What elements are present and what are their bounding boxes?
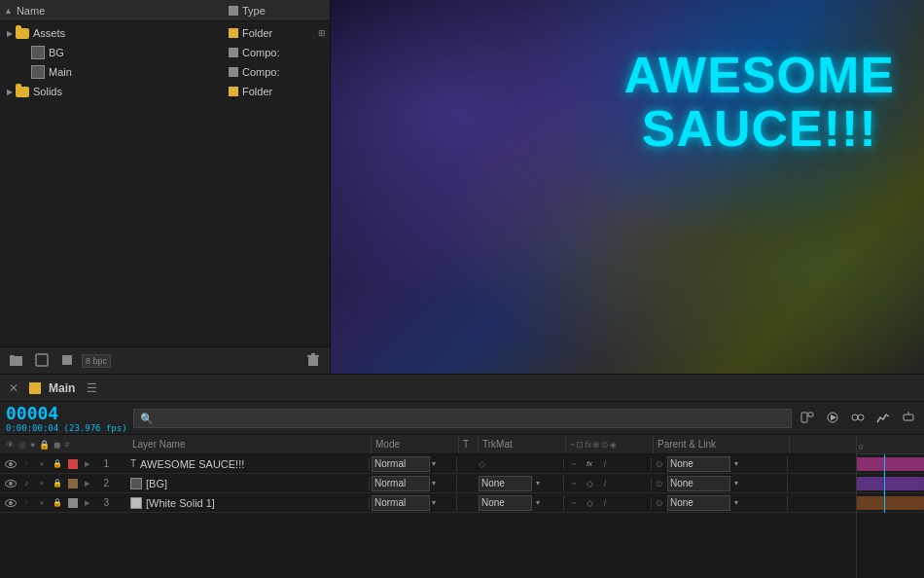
new-comp-btn[interactable] bbox=[31, 351, 53, 371]
solids-folder-icon bbox=[16, 85, 29, 98]
layer-3-link-icon[interactable]: ◇ bbox=[584, 497, 595, 509]
svg-rect-32 bbox=[808, 413, 813, 416]
tl-motion-blur-btn[interactable] bbox=[848, 409, 868, 428]
layer-3-trkmat-select[interactable]: None bbox=[479, 495, 532, 511]
sort-name-icon[interactable]: ▲ bbox=[4, 6, 13, 16]
bpc-badge[interactable]: 8 bpc bbox=[82, 354, 111, 368]
timeline-close-btn[interactable]: ✕ bbox=[6, 380, 21, 396]
layer-2-keyframe-icon[interactable]: / bbox=[599, 478, 611, 489]
project-panel-header: ▲ Name Type bbox=[0, 0, 330, 21]
layer-1-mode-chevron: ▾ bbox=[432, 459, 436, 468]
project-item-assets[interactable]: ▶ Assets Folder ⊞ bbox=[0, 23, 330, 43]
svg-point-35 bbox=[852, 415, 858, 420]
project-item-bg[interactable]: BG Compo: bbox=[0, 43, 330, 62]
timeline-menu-icon[interactable]: ☰ bbox=[87, 381, 97, 395]
solids-label: Solids bbox=[33, 86, 229, 97]
layer-search-input[interactable] bbox=[133, 409, 792, 428]
layer-1-expand-btn[interactable]: ▶ bbox=[82, 457, 91, 471]
tl-composition-btn[interactable] bbox=[823, 409, 842, 428]
timeline-playhead[interactable] bbox=[884, 454, 885, 513]
new-folder-btn[interactable] bbox=[6, 351, 27, 371]
layer-2-mode-select[interactable]: Normal bbox=[372, 476, 430, 491]
layer-3-parent-icon: ⊙ bbox=[654, 497, 665, 509]
layer-3-keyframe-icon[interactable]: / bbox=[599, 497, 611, 509]
preview-panel: AWESOMESAUCE!!! 82.6% bbox=[331, 0, 924, 374]
layer-1-audio-btn[interactable]: ♪ bbox=[19, 457, 33, 471]
svg-rect-1 bbox=[10, 355, 15, 358]
layer-3-shy-switch[interactable]: ~ bbox=[568, 497, 580, 509]
tl-graph-editor-btn[interactable] bbox=[873, 409, 893, 428]
layer-2-switches-cell: ~ ◇ / bbox=[564, 478, 652, 489]
layer-2-trkmat-select[interactable]: None bbox=[479, 476, 532, 491]
layer-3-lock-btn[interactable]: 🔒 bbox=[51, 496, 64, 510]
layer-2-parent-icon: ⊙ bbox=[654, 478, 665, 489]
tl-bar-1 bbox=[857, 457, 924, 471]
layer-3-parent-select[interactable]: None bbox=[667, 495, 730, 511]
layer-3-mode-cell: Normal ▾ bbox=[370, 495, 457, 511]
solids-type-text: Folder bbox=[242, 86, 272, 97]
layer-2-name-cell[interactable]: [BG] bbox=[126, 478, 370, 489]
layer-3-solo-btn[interactable]: ● bbox=[35, 496, 49, 510]
parent-col-label: Parent & Link bbox=[657, 439, 716, 450]
layer-3-name-cell[interactable]: [White Solid 1] bbox=[126, 497, 370, 509]
layer-1-name-cell[interactable]: T AWESOME SAUCE!!! bbox=[126, 458, 370, 470]
layer-1-shy-switch[interactable]: ~ bbox=[568, 458, 580, 470]
layer-3-vis-btn[interactable] bbox=[4, 496, 18, 510]
layer-3-number: 3 bbox=[93, 497, 109, 508]
timeline-timecode-main[interactable]: 00004 bbox=[6, 403, 127, 423]
layer-2-shy-switch[interactable]: ~ bbox=[568, 478, 580, 489]
layer-1-mode-select[interactable]: Normal bbox=[372, 456, 430, 472]
bg-label: BG bbox=[49, 47, 229, 58]
bg-type-icon bbox=[229, 48, 238, 57]
layer-1-fx-icon[interactable]: fx bbox=[584, 458, 595, 470]
new-footage-btn[interactable] bbox=[56, 351, 78, 371]
layer-3-color-label[interactable] bbox=[68, 498, 78, 508]
layer-2-lock-btn[interactable]: 🔒 bbox=[51, 477, 64, 490]
col-name-label: Name bbox=[17, 5, 45, 17]
project-item-solids[interactable]: ▶ Solids Folder bbox=[0, 82, 330, 101]
layer-2-mode-cell: Normal ▾ bbox=[370, 476, 457, 491]
layer-3-mode-select[interactable]: Normal bbox=[372, 495, 430, 511]
layer-2-color-label[interactable] bbox=[68, 479, 78, 488]
assets-folder-icon bbox=[16, 26, 29, 40]
header-lock-icon: 🔒 bbox=[39, 440, 50, 450]
layer-1-keyframe-icon[interactable]: / bbox=[599, 458, 611, 470]
t-col-label: T bbox=[463, 439, 469, 450]
switch-adj-icon: ⊙ bbox=[601, 440, 609, 450]
layer-1-switches-cell: ~ fx / bbox=[564, 458, 652, 470]
tl-solo-btn[interactable] bbox=[899, 409, 918, 428]
layer-1-lock-btn[interactable]: 🔒 bbox=[51, 457, 64, 471]
layer-3-expand-btn[interactable]: ▶ bbox=[82, 496, 91, 510]
trkmat-col-label: TrkMat bbox=[482, 439, 513, 450]
layer-1-vis-btn[interactable] bbox=[4, 457, 18, 471]
assets-type-icon bbox=[229, 28, 238, 38]
tl-bar-row-3 bbox=[857, 493, 924, 513]
bg-type-text: Compo: bbox=[242, 47, 280, 58]
col-header-trkmat: TrkMat bbox=[479, 435, 566, 453]
switch-3d-icon: ◈ bbox=[610, 440, 617, 450]
preview-text-overlay: AWESOMESAUCE!!! bbox=[623, 49, 895, 155]
layer-2-expand-btn[interactable]: ▶ bbox=[82, 477, 91, 490]
layer-2-audio-btn[interactable]: ♪ bbox=[19, 477, 33, 490]
layer-1-solo-btn[interactable]: ● bbox=[35, 457, 49, 471]
main-type-icon bbox=[229, 67, 238, 77]
layer-2-parent-select[interactable]: None bbox=[667, 476, 730, 491]
layer-2-solo-btn[interactable]: ● bbox=[35, 477, 49, 490]
layer-2-number: 2 bbox=[93, 478, 109, 488]
layer-2-link-icon[interactable]: ◇ bbox=[584, 478, 595, 489]
layer-3-audio-btn[interactable]: ♪ bbox=[19, 496, 33, 510]
tl-switch-mode-btn[interactable] bbox=[798, 409, 817, 428]
layer-row-3: ♪ ● 🔒 ▶ 3 [White Solid 1] Normal bbox=[0, 493, 856, 513]
expand-assets-arrow[interactable]: ▶ bbox=[4, 29, 16, 38]
layer-3-trkmat-chevron: ▾ bbox=[536, 498, 540, 507]
timeline-bars-panel[interactable]: 0 bbox=[856, 435, 924, 578]
layer-1-parent-select[interactable]: None bbox=[667, 456, 730, 472]
layer-1-color-label[interactable] bbox=[68, 459, 78, 469]
layer-2-vis-btn[interactable] bbox=[4, 477, 18, 490]
project-item-main[interactable]: Main Compo: bbox=[0, 62, 330, 82]
project-toolbar: 8 bpc bbox=[0, 346, 330, 374]
expand-solids-arrow[interactable]: ▶ bbox=[4, 88, 16, 96]
layer-row-2: ♪ ● 🔒 ▶ 2 [BG] Normal bbox=[0, 474, 856, 493]
svg-rect-37 bbox=[904, 415, 913, 420]
delete-item-btn[interactable] bbox=[302, 351, 324, 371]
